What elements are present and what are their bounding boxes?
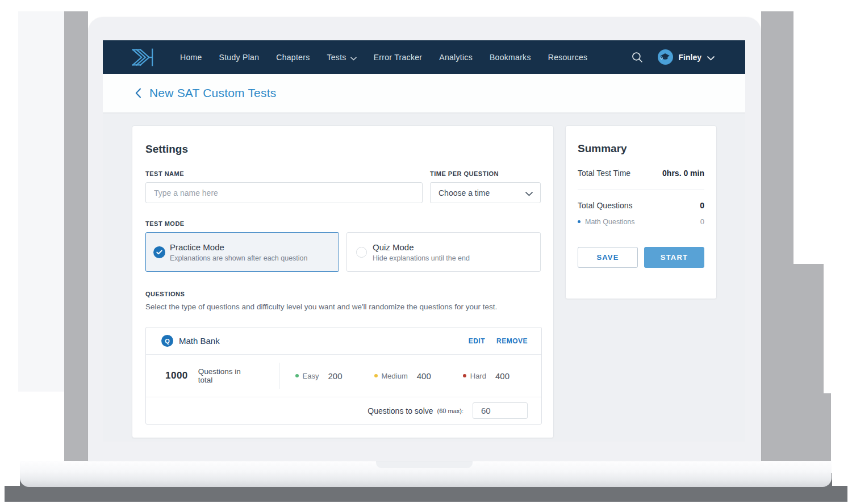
user-name[interactable]: Finley xyxy=(679,53,701,62)
page-header: New SAT Custom Tests xyxy=(103,74,745,113)
test-mode-options: Practice Mode Explanations are shown aft… xyxy=(145,232,541,272)
question-bank-icon: Q xyxy=(161,335,173,347)
save-button[interactable]: SAVE xyxy=(578,247,638,268)
bank-total-label: Questions in total xyxy=(198,367,257,384)
questions-label: QUESTIONS xyxy=(145,291,541,297)
math-questions-value: 0 xyxy=(700,217,704,226)
hard-dot-icon xyxy=(463,374,466,377)
bank-header-row: Q Math Bank EDIT REMOVE xyxy=(146,327,541,355)
remove-button[interactable]: REMOVE xyxy=(496,337,528,345)
easy-label: Easy xyxy=(303,372,319,380)
nav-item-bookmarks[interactable]: Bookmarks xyxy=(490,53,531,62)
hard-value: 400 xyxy=(495,371,509,381)
back-chevron-icon[interactable] xyxy=(135,88,141,98)
questions-description: Select the type of questions and difficu… xyxy=(145,303,541,311)
time-select-value: Choose a time xyxy=(438,188,490,198)
nav-item-study-plan[interactable]: Study Plan xyxy=(219,53,260,62)
page-title: New SAT Custom Tests xyxy=(149,86,276,100)
difficulty-easy: Easy 200 xyxy=(295,371,343,381)
difficulty-medium: Medium 400 xyxy=(374,371,431,381)
bank-stats-row: 1000 Questions in total Easy 200 Medium xyxy=(146,355,541,397)
backdrop-gray-block-right-bottom xyxy=(761,393,831,461)
medium-value: 400 xyxy=(417,371,431,381)
start-button[interactable]: START xyxy=(644,247,704,268)
easy-dot-icon xyxy=(295,374,299,377)
hard-label: Hard xyxy=(470,372,486,380)
summary-panel: Summary Total Test Time 0hrs. 0 min Tota… xyxy=(565,125,717,299)
settings-panel: Settings TEST NAME TIME PER QUESTION Cho… xyxy=(132,125,554,438)
radio-circle-icon xyxy=(356,247,367,258)
summary-divider xyxy=(578,190,704,190)
mode-option-practice[interactable]: Practice Mode Explanations are shown aft… xyxy=(145,232,339,272)
nav-menu: Home Study Plan Chapters Tests Error Tra… xyxy=(180,52,587,62)
settings-heading: Settings xyxy=(145,143,541,156)
laptop-trackpad-notch xyxy=(376,461,473,468)
laptop-shadow-band xyxy=(5,486,847,502)
bullet-dot-icon xyxy=(578,220,580,223)
nav-item-resources[interactable]: Resources xyxy=(548,53,588,62)
medium-label: Medium xyxy=(382,372,408,380)
chevron-down-icon xyxy=(350,53,357,62)
practice-mode-description: Explanations are shown after each questi… xyxy=(170,254,308,262)
test-name-label: TEST NAME xyxy=(145,170,423,177)
easy-value: 200 xyxy=(328,371,342,381)
backdrop-gray-block-right-mid xyxy=(761,264,824,393)
nav-item-chapters[interactable]: Chapters xyxy=(276,53,310,62)
total-time-row: Total Test Time 0hrs. 0 min xyxy=(578,169,704,178)
user-avatar[interactable] xyxy=(658,49,673,65)
total-questions-row: Total Questions 0 xyxy=(578,201,704,210)
medium-dot-icon xyxy=(374,374,378,377)
questions-to-solve-label: Questions to solve xyxy=(367,406,433,415)
bank-name: Math Bank xyxy=(179,336,220,346)
practice-mode-title: Practice Mode xyxy=(170,242,308,252)
check-circle-icon xyxy=(153,246,165,258)
math-questions-row: Math Questions 0 xyxy=(578,217,704,226)
nav-item-error-tracker[interactable]: Error Tracker xyxy=(374,53,423,62)
bank-total-count: 1000 xyxy=(165,370,188,381)
page-body: Settings TEST NAME TIME PER QUESTION Cho… xyxy=(103,113,745,442)
quiz-mode-title: Quiz Mode xyxy=(373,242,470,252)
questions-to-solve-max: (60 max): xyxy=(437,408,463,414)
app-logo-icon[interactable] xyxy=(130,46,157,69)
nav-item-analytics[interactable]: Analytics xyxy=(439,53,473,62)
edit-button[interactable]: EDIT xyxy=(469,337,485,345)
summary-actions: SAVE START xyxy=(578,247,704,268)
nav-item-tests[interactable]: Tests xyxy=(327,52,356,62)
backdrop-gray-block-left xyxy=(64,11,88,461)
laptop-screen: Home Study Plan Chapters Tests Error Tra… xyxy=(103,40,745,442)
stats-divider xyxy=(279,363,279,389)
nav-right-group: Finley xyxy=(632,49,715,65)
chevron-down-icon xyxy=(525,189,533,198)
summary-heading: Summary xyxy=(578,142,704,155)
math-questions-label: Math Questions xyxy=(585,218,635,226)
total-questions-value: 0 xyxy=(700,201,704,210)
difficulty-hard: Hard 400 xyxy=(463,371,509,381)
search-icon[interactable] xyxy=(632,52,643,63)
question-bank-card: Q Math Bank EDIT REMOVE 1000 Questions i… xyxy=(145,327,542,425)
quiz-mode-description: Hide explanations until the end xyxy=(373,254,470,262)
backdrop-light-block-left xyxy=(18,11,64,392)
mode-option-quiz[interactable]: Quiz Mode Hide explanations until the en… xyxy=(346,232,541,272)
time-per-question-select[interactable]: Choose a time xyxy=(430,182,541,203)
test-mode-label: TEST MODE xyxy=(145,220,541,227)
total-time-value: 0hrs. 0 min xyxy=(662,169,704,178)
bank-footer-row: Questions to solve (60 max): xyxy=(146,397,541,424)
nav-item-home[interactable]: Home xyxy=(180,53,202,62)
time-per-question-label: TIME PER QUESTION xyxy=(430,170,541,177)
user-chevron-down-icon[interactable] xyxy=(707,53,715,63)
name-time-row: TEST NAME TIME PER QUESTION Choose a tim… xyxy=(145,170,541,203)
top-navbar: Home Study Plan Chapters Tests Error Tra… xyxy=(103,40,745,74)
test-name-input[interactable] xyxy=(145,182,423,203)
total-time-label: Total Test Time xyxy=(578,169,630,178)
backdrop-gray-block-right-top xyxy=(761,11,793,264)
laptop-bezel: Home Study Plan Chapters Tests Error Tra… xyxy=(88,17,761,461)
total-questions-label: Total Questions xyxy=(578,201,633,210)
questions-to-solve-input[interactable] xyxy=(473,402,528,419)
marketing-canvas: Home Study Plan Chapters Tests Error Tra… xyxy=(0,0,852,504)
laptop-base xyxy=(20,461,832,487)
